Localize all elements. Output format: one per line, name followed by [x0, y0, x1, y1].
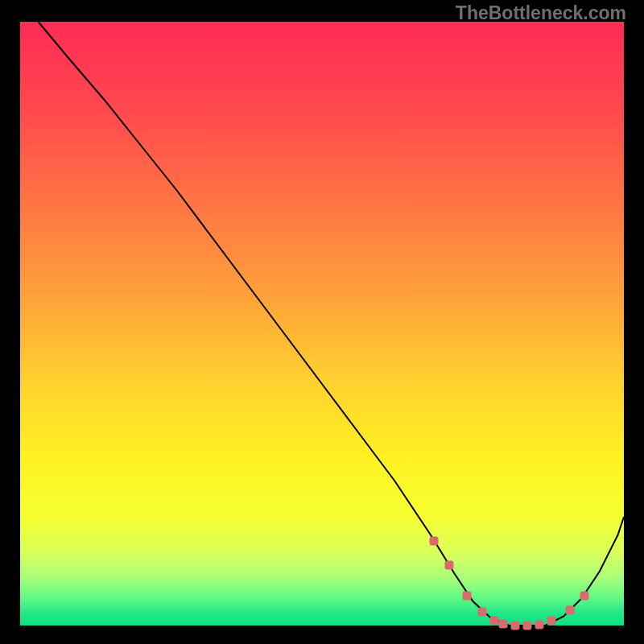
chart-container: TheBottleneck.com	[0, 0, 644, 644]
marker-point	[463, 591, 472, 600]
sweet-spot-markers	[20, 22, 624, 625]
plot-area	[20, 22, 624, 625]
watermark-text: TheBottleneck.com	[456, 2, 626, 24]
marker-point	[535, 620, 544, 629]
marker-point	[547, 617, 556, 625]
marker-point	[565, 606, 574, 615]
marker-point	[489, 617, 498, 625]
marker-point	[523, 621, 532, 630]
marker-point	[580, 591, 589, 600]
marker-point	[444, 561, 453, 570]
marker-point	[511, 621, 520, 630]
marker-point	[499, 619, 508, 628]
marker-point	[429, 537, 438, 546]
marker-point	[477, 607, 486, 616]
